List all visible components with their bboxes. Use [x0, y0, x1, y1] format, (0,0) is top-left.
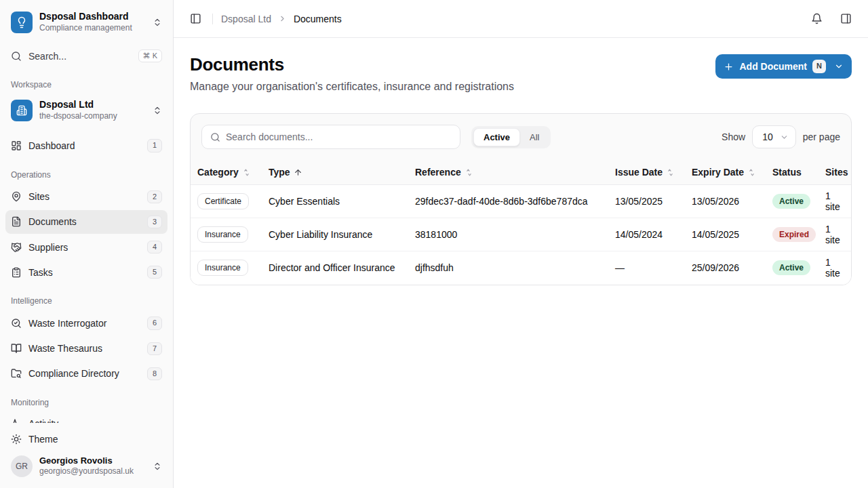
expiry-date-cell: 25/09/2026	[685, 251, 766, 285]
chevrons-up-down-icon	[153, 106, 162, 115]
documents-table: Category Type Reference Issue Date Expir…	[191, 160, 851, 285]
page-header-text: Documents Manage your organisation's cer…	[190, 54, 514, 93]
page-size-select[interactable]: 10	[752, 125, 796, 148]
app-root: Dsposal Dashboard Compliance management …	[0, 0, 868, 488]
type-cell: Cyber Liability Insurance	[262, 218, 408, 251]
handshake-icon	[11, 242, 22, 253]
add-document-label: Add Document	[739, 61, 807, 72]
main-area: Dsposal Ltd Documents Documents Manage y…	[174, 0, 868, 488]
issue-date-cell: 14/05/2024	[608, 218, 685, 251]
sidebar-search-button[interactable]: Search... ⌘ K	[5, 44, 167, 68]
documents-search[interactable]	[201, 125, 460, 149]
breadcrumb-current: Documents	[294, 14, 342, 24]
breadcrumb-workspace[interactable]: Dsposal Ltd	[221, 14, 271, 24]
sidebar-item-label: Activity	[28, 418, 162, 423]
col-issue-date[interactable]: Issue Date	[608, 160, 685, 185]
page-title: Documents	[190, 54, 514, 75]
chevron-down-icon[interactable]	[834, 62, 844, 71]
status-badge: Expired	[772, 227, 816, 242]
status-badge: Active	[772, 194, 810, 209]
app-subtitle: Compliance management	[39, 23, 146, 34]
sites-cell: 1 site	[818, 251, 851, 285]
sidebar: Dsposal Dashboard Compliance management …	[0, 0, 174, 488]
filter-active[interactable]: Active	[473, 128, 520, 146]
sidebar-item-documents[interactable]: Documents 3	[5, 210, 167, 234]
sidebar-item-label: Waste Thesaurus	[28, 343, 140, 354]
sidebar-item-suppliers[interactable]: Suppliers 4	[5, 235, 167, 259]
col-expiry-date[interactable]: Expiry Date	[685, 160, 766, 185]
table-header-row: Category Type Reference Issue Date Expir…	[191, 160, 851, 185]
workspace-switcher[interactable]: Dsposal Ltd the-dsposal-company	[5, 94, 167, 127]
sidebar-item-sites[interactable]: Sites 2	[5, 185, 167, 209]
reference-cell: djfhsdfuh	[408, 251, 608, 285]
page-header: Documents Manage your organisation's cer…	[190, 54, 852, 93]
topbar-divider	[212, 14, 213, 24]
workspace-icon	[11, 100, 33, 121]
clipboard-list-icon	[11, 267, 22, 278]
col-reference[interactable]: Reference	[408, 160, 608, 185]
col-type[interactable]: Type	[262, 160, 408, 185]
sidebar-item-compliance-directory[interactable]: Compliance Directory 8	[5, 362, 167, 386]
sidebar-search-label: Search...	[28, 51, 132, 62]
shortcut-badge: 1	[147, 139, 162, 152]
sun-icon	[11, 434, 22, 445]
reference-cell: 38181000	[408, 218, 608, 251]
shortcut-badge: 4	[147, 241, 162, 253]
breadcrumb: Dsposal Ltd Documents	[221, 14, 342, 24]
chevrons-up-down-icon	[153, 462, 162, 471]
sidebar-item-waste-interrogator[interactable]: Waste Interrogator 6	[5, 311, 167, 335]
search-shortcut-badge: ⌘ K	[138, 49, 162, 62]
sidebar-toggle-button[interactable]	[187, 10, 204, 27]
filter-all[interactable]: All	[520, 129, 549, 146]
app-title: Dsposal Dashboard	[39, 11, 146, 23]
plus-icon	[724, 62, 734, 72]
app-switcher[interactable]: Dsposal Dashboard Compliance management	[5, 5, 167, 39]
sort-icon	[747, 168, 756, 177]
notifications-button[interactable]	[808, 10, 825, 27]
file-text-icon	[11, 216, 22, 227]
sidebar-item-tasks[interactable]: Tasks 5	[5, 260, 167, 284]
add-document-button[interactable]: Add Document N	[715, 54, 852, 79]
sidebar-item-label: Dashboard	[28, 140, 140, 151]
section-label-workspace: Workspace	[5, 75, 167, 94]
chevron-right-icon	[278, 14, 287, 23]
table-row[interactable]: Insurance Cyber Liability Insurance 3818…	[191, 218, 851, 251]
panel-left-icon	[190, 13, 201, 24]
app-logo-icon	[11, 12, 33, 33]
shortcut-badge: 7	[147, 342, 162, 355]
col-category[interactable]: Category	[191, 160, 262, 185]
page-content: Documents Manage your organisation's cer…	[174, 38, 868, 285]
map-pin-icon	[11, 191, 22, 202]
table-row[interactable]: Certificate Cyber Essentials 29fdec37-da…	[191, 185, 851, 218]
reference-cell: 29fdec37-dadf-40de-8d6b-3df6be787dca	[408, 185, 608, 218]
expiry-date-cell: 14/05/2025	[685, 218, 766, 251]
sidebar-item-waste-thesaurus[interactable]: Waste Thesaurus 7	[5, 337, 167, 361]
user-menu[interactable]: GR Georgios Rovolis georgios@yourdsposal…	[5, 450, 167, 483]
dashboard-icon	[11, 140, 22, 151]
theme-toggle[interactable]: Theme	[5, 428, 167, 450]
add-document-shortcut-badge: N	[812, 60, 826, 73]
table-row[interactable]: Insurance Director and Officer Insurance…	[191, 251, 851, 285]
sidebar-item-label: Sites	[28, 191, 140, 202]
sidebar-item-activity[interactable]: Activity	[5, 413, 167, 423]
issue-date-cell: 13/05/2025	[608, 185, 685, 218]
sidebar-item-dashboard[interactable]: Dashboard 1	[5, 134, 167, 157]
per-page-label: per page	[803, 131, 840, 142]
sidebar-item-label: Suppliers	[28, 242, 140, 253]
documents-toolbar: Active All Show 10 per page	[191, 114, 851, 160]
folder-search-icon	[11, 368, 22, 379]
sites-cell: 1 site	[818, 185, 851, 218]
shortcut-badge: 2	[147, 190, 162, 203]
workspace-slug: the-dsposal-company	[39, 111, 146, 122]
documents-search-input[interactable]	[226, 131, 452, 142]
workspace-name: Dsposal Ltd	[39, 99, 146, 111]
sidebar-item-label: Waste Interrogator	[28, 318, 140, 329]
user-text: Georgios Rovolis georgios@yourdsposal.uk	[39, 455, 146, 477]
right-panel-toggle-button[interactable]	[837, 10, 854, 27]
shortcut-badge: 3	[147, 216, 162, 228]
shortcut-badge: 6	[147, 317, 162, 329]
shortcut-badge: 5	[147, 266, 162, 279]
shortcut-badge: 8	[147, 367, 162, 380]
topbar: Dsposal Ltd Documents	[174, 0, 868, 38]
sidebar-footer: Theme GR Georgios Rovolis georgios@yourd…	[0, 423, 173, 488]
